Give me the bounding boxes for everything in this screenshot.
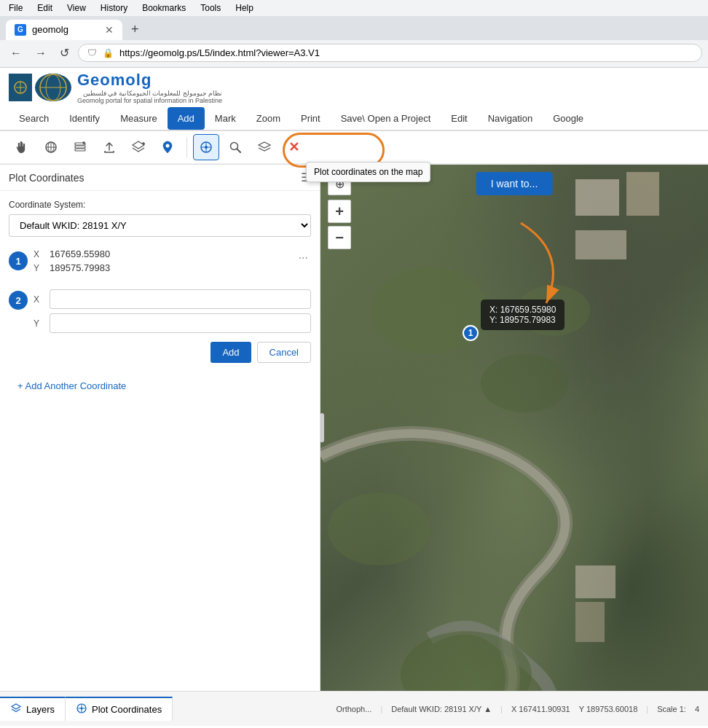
map-area[interactable]: I want to... ⊕ + − 1 X: 167659.55980 Y: … — [320, 165, 708, 691]
map-terrain-overlay — [320, 165, 708, 691]
browser-menu-bar: File Edit View History Bookmarks Tools H… — [0, 0, 708, 16]
bottom-tab-plot-coordinates[interactable]: Plot Coordinates — [66, 697, 173, 721]
tooltip-text: Plot coordinates on the map — [314, 167, 422, 177]
panel-resize-handle[interactable] — [320, 413, 324, 442]
tab-bar: G geomolg ✕ + — [0, 16, 708, 40]
point-1-map-badge: 1 — [463, 325, 479, 341]
separator-2: | — [500, 705, 503, 713]
scale-value: 4 — [695, 705, 699, 713]
svg-rect-10 — [75, 149, 85, 151]
point-2-row: 2 X Y Add Cancel — [9, 288, 311, 363]
svg-rect-11 — [75, 146, 85, 148]
app-nav: Search Identify Measure Add Mark Zoom Pr… — [0, 107, 708, 130]
globe-tool-button[interactable] — [38, 134, 64, 160]
nav-print[interactable]: Print — [291, 107, 331, 130]
tab-favicon: G — [15, 24, 26, 36]
menu-history[interactable]: History — [98, 1, 130, 15]
app-header: Geomolg نظام جيومولج للمعلومات الجيومكان… — [0, 68, 708, 131]
point-2-y-input[interactable] — [50, 313, 311, 333]
address-bar[interactable]: 🛡 🔒 — [78, 44, 702, 62]
menu-help[interactable]: Help — [232, 1, 256, 15]
i-want-to-button[interactable]: I want to... — [476, 172, 553, 195]
zoom-in-button[interactable]: + — [328, 200, 351, 223]
nav-navigation[interactable]: Navigation — [478, 107, 543, 130]
svg-rect-27 — [575, 565, 615, 598]
point-1-x-label: X — [34, 249, 44, 259]
point-1-y-value: 189575.79983 — [50, 262, 110, 273]
svg-point-38 — [81, 708, 83, 710]
svg-rect-25 — [626, 172, 659, 216]
nav-mark[interactable]: Mark — [205, 107, 246, 130]
toolbar-divider — [186, 137, 187, 157]
app-subtitle2: Geomolg portal for spatial information i… — [77, 97, 222, 104]
tab-title: geomolg — [32, 24, 68, 35]
tab-close-button[interactable]: ✕ — [105, 24, 114, 36]
point-1-row: 1 X 167659.55980 Y 189575.79983 ··· — [9, 248, 311, 276]
point-2-inputs: X Y Add Cancel — [34, 289, 311, 363]
point-1-x-value: 167659.55980 — [50, 248, 110, 259]
layers-tab-label: Layers — [26, 704, 55, 715]
map-satellite-bg: I want to... ⊕ + − 1 X: 167659.55980 Y: … — [320, 165, 708, 691]
new-tab-button[interactable]: + — [125, 19, 145, 40]
svg-rect-26 — [575, 230, 626, 259]
add-another-coordinate-button[interactable]: + Add Another Coordinate — [9, 375, 311, 397]
nav-edit[interactable]: Edit — [441, 107, 477, 130]
svg-point-30 — [481, 354, 568, 412]
zoom-out-button[interactable]: − — [328, 226, 351, 249]
left-panel: Plot Coordinates ☰ Coordinate System: De… — [0, 165, 320, 691]
bottom-bar: Layers Plot Coordinates Orthoph... | Def… — [0, 691, 708, 726]
point-1-tooltip-y: Y: 189575.79983 — [489, 315, 556, 325]
panel-body: Coordinate System: Default WKID: 28191 X… — [0, 191, 320, 691]
nav-add[interactable]: Add — [168, 107, 205, 130]
nav-search[interactable]: Search — [9, 107, 59, 130]
separator-1: | — [380, 705, 382, 713]
active-tab[interactable]: G geomolg ✕ — [6, 20, 122, 40]
menu-edit[interactable]: Edit — [34, 1, 55, 15]
add-another-label: + Add Another Coordinate — [17, 380, 126, 391]
forward-button[interactable]: → — [31, 44, 51, 63]
point-2-y-input-row: Y — [34, 313, 311, 333]
logo-bar: Geomolg نظام جيومولج للمعلومات الجيومكان… — [0, 68, 708, 107]
nav-zoom[interactable]: Zoom — [246, 107, 291, 130]
add-button[interactable]: Add — [211, 342, 251, 363]
stack-add-tool-button[interactable] — [125, 134, 152, 160]
point-1-more-button[interactable]: ··· — [296, 248, 311, 267]
plot-coordinates-tool-button[interactable] — [193, 134, 219, 160]
point-1-y-row: Y 189575.79983 — [34, 262, 290, 273]
separator-3: | — [646, 705, 648, 713]
marker-tool-button[interactable] — [154, 134, 181, 160]
menu-tools[interactable]: Tools — [197, 1, 224, 15]
point-1-y-label: Y — [34, 263, 44, 273]
y-coord-status: Y 189753.60018 — [579, 705, 638, 713]
i-want-to-label: I want to... — [476, 172, 553, 195]
url-input[interactable] — [119, 47, 693, 58]
nav-google[interactable]: Google — [543, 107, 594, 130]
search-map-tool-button[interactable] — [222, 134, 248, 160]
emblem-1 — [9, 74, 32, 101]
back-button[interactable]: ← — [6, 44, 26, 63]
menu-file[interactable]: File — [6, 1, 25, 15]
hand-tool-button[interactable] — [9, 134, 35, 160]
nav-save[interactable]: Save\ Open a Project — [331, 107, 441, 130]
svg-point-17 — [166, 144, 170, 148]
logo-emblem — [9, 74, 71, 101]
coord-system-select[interactable]: Default WKID: 28191 X/Y WGS 84 UTM Zone … — [9, 214, 311, 237]
menu-bookmarks[interactable]: Bookmarks — [139, 1, 189, 15]
upload-tool-button[interactable] — [96, 134, 122, 160]
cancel-button[interactable]: Cancel — [257, 342, 311, 363]
layers-add-tool-button[interactable] — [67, 134, 93, 160]
point-1-badge: 1 — [9, 251, 28, 270]
bottom-tab-layers[interactable]: Layers — [0, 697, 66, 721]
nav-measure[interactable]: Measure — [110, 107, 168, 130]
reload-button[interactable]: ↺ — [55, 43, 74, 63]
point-2-x-input[interactable] — [50, 289, 311, 309]
plot-tab-icon — [76, 702, 87, 716]
menu-view[interactable]: View — [64, 1, 89, 15]
close-tool-button[interactable]: ✕ — [280, 134, 307, 160]
toolbar: ✕ — [0, 131, 708, 164]
svg-point-29 — [371, 267, 488, 354]
nav-identify[interactable]: Identify — [59, 107, 110, 130]
point-2-y-label: Y — [34, 318, 44, 329]
layers-map-tool-button[interactable] — [251, 134, 278, 160]
point-1-map-tooltip: X: 167659.55980 Y: 189575.79983 — [481, 300, 565, 330]
